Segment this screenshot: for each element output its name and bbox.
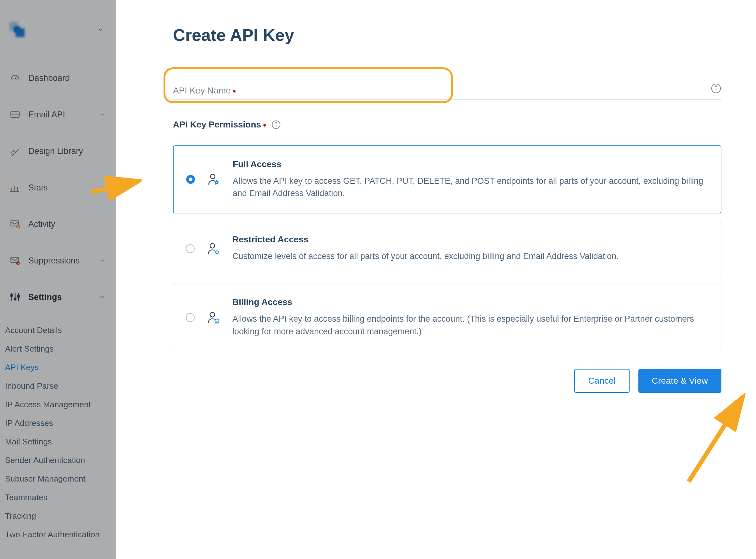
- annotation-arrow-2: [679, 394, 755, 488]
- svg-point-27: [216, 251, 218, 253]
- sidebar-item-email-api[interactable]: Email API: [0, 102, 116, 127]
- svg-point-25: [210, 174, 215, 179]
- permissions-label-row: API Key Permissions•: [173, 119, 722, 130]
- option-title: Billing Access: [232, 297, 706, 307]
- sidebar-item-design-library[interactable]: Design Library: [0, 138, 116, 164]
- sub-item-ip-access-management[interactable]: IP Access Management: [5, 395, 116, 414]
- sub-item-account-details[interactable]: Account Details: [5, 321, 116, 340]
- sub-item-mail-settings[interactable]: Mail Settings: [5, 432, 116, 451]
- gauge-icon: [9, 72, 21, 84]
- radio-icon: [186, 244, 195, 253]
- sidebar-item-settings[interactable]: Settings: [0, 285, 116, 310]
- chevron-down-icon[interactable]: [97, 26, 104, 33]
- sidebar-item-label: Activity: [28, 219, 106, 229]
- sidebar: Dashboard Email API Design Library Stats: [0, 0, 116, 559]
- sidebar-item-stats[interactable]: Stats: [0, 175, 116, 200]
- card-icon: [9, 109, 21, 120]
- create-view-button[interactable]: Create & View: [638, 369, 722, 393]
- required-dot-icon: •: [261, 120, 266, 130]
- sidebar-item-dashboard[interactable]: Dashboard: [0, 65, 116, 91]
- sidebar-item-label: Dashboard: [28, 73, 106, 83]
- envelope-search-icon: [9, 219, 21, 230]
- permissions-radio-group: Full Access Allows the API key to access…: [173, 146, 722, 351]
- sub-item-two-factor-authentication[interactable]: Two-Factor Authentication: [5, 525, 116, 544]
- settings-subnav: Account Details Alert Settings API Keys …: [0, 321, 116, 544]
- option-description: Allows the API key to access billing end…: [232, 313, 706, 337]
- svg-text:$: $: [216, 320, 218, 323]
- sliders-icon: [9, 291, 21, 303]
- info-icon[interactable]: [711, 83, 722, 94]
- radio-icon: [186, 313, 195, 322]
- svg-point-26: [210, 243, 215, 248]
- sub-item-subuser-management[interactable]: Subuser Management: [5, 470, 116, 488]
- svg-point-28: [210, 312, 215, 317]
- permission-option-full-access[interactable]: Full Access Allows the API key to access…: [173, 146, 722, 214]
- envelope-block-icon: [9, 255, 21, 266]
- sidebar-item-suppressions[interactable]: Suppressions: [0, 248, 116, 273]
- cancel-button[interactable]: Cancel: [574, 369, 629, 393]
- main-panel: Create API Key API Key Name• API Key Per…: [116, 0, 756, 559]
- permissions-label: API Key Permissions•: [173, 119, 266, 130]
- sidebar-item-label: Settings: [28, 292, 91, 302]
- api-key-name-input[interactable]: [173, 79, 722, 100]
- sub-item-api-keys[interactable]: API Keys: [5, 358, 116, 377]
- sub-item-ip-addresses[interactable]: IP Addresses: [5, 414, 116, 432]
- chevron-down-icon: [99, 111, 106, 118]
- option-description: Allows the API key to access GET, PATCH,…: [233, 175, 706, 200]
- bar-chart-icon: [9, 182, 21, 193]
- sub-item-tracking[interactable]: Tracking: [5, 507, 116, 525]
- radio-icon: [186, 175, 195, 184]
- sidebar-item-label: Email API: [28, 110, 91, 119]
- option-description: Customize levels of access for all parts…: [232, 250, 706, 263]
- brand-row: [0, 0, 116, 50]
- option-title: Restricted Access: [232, 234, 706, 245]
- sidebar-item-label: Design Library: [28, 147, 106, 156]
- chevron-down-icon: [99, 257, 106, 264]
- person-gear-icon: [207, 242, 220, 255]
- info-icon[interactable]: [271, 120, 281, 129]
- sub-item-alert-settings[interactable]: Alert Settings: [5, 340, 116, 358]
- person-star-icon: [207, 173, 221, 186]
- primary-nav: Dashboard Email API Design Library Stats: [0, 50, 116, 544]
- chevron-down-icon: [99, 184, 106, 191]
- svg-point-24: [276, 122, 277, 124]
- person-dollar-icon: $: [207, 311, 220, 325]
- api-key-name-field: API Key Name•: [173, 79, 722, 100]
- pencil-ruler-icon: [9, 146, 21, 157]
- sidebar-item-label: Suppressions: [28, 256, 91, 266]
- svg-line-9: [19, 228, 20, 228]
- sub-item-sender-authentication[interactable]: Sender Authentication: [5, 451, 116, 470]
- svg-rect-1: [11, 112, 20, 117]
- sidebar-item-activity[interactable]: Activity: [0, 211, 116, 237]
- sub-item-inbound-parse[interactable]: Inbound Parse: [5, 377, 116, 395]
- svg-rect-16: [11, 295, 13, 296]
- page-title: Create API Key: [173, 25, 722, 45]
- svg-rect-18: [18, 296, 20, 297]
- svg-line-32: [689, 403, 739, 482]
- permission-option-billing-access[interactable]: $ Billing Access Allows the API key to a…: [173, 284, 722, 351]
- permission-option-restricted-access[interactable]: Restricted Access Customize levels of ac…: [173, 221, 722, 276]
- svg-point-21: [716, 86, 717, 87]
- sidebar-item-label: Stats: [28, 183, 91, 193]
- chevron-down-icon: [99, 294, 106, 300]
- action-buttons: Cancel Create & View: [173, 369, 722, 393]
- sub-item-teammates[interactable]: Teammates: [5, 488, 116, 507]
- brand-logo: [9, 22, 25, 37]
- svg-rect-17: [14, 298, 16, 300]
- option-title: Full Access: [233, 159, 706, 169]
